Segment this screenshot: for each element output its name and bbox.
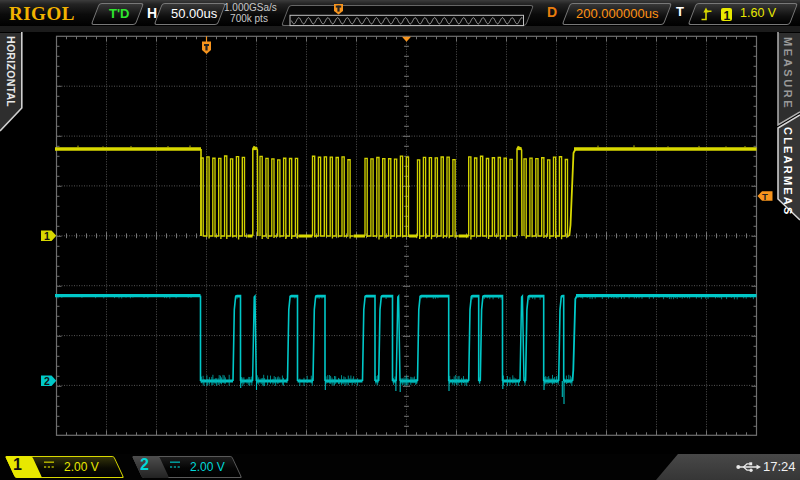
svg-text:T: T: [762, 191, 768, 202]
svg-text:1: 1: [44, 230, 50, 242]
svg-text:2: 2: [44, 375, 50, 387]
